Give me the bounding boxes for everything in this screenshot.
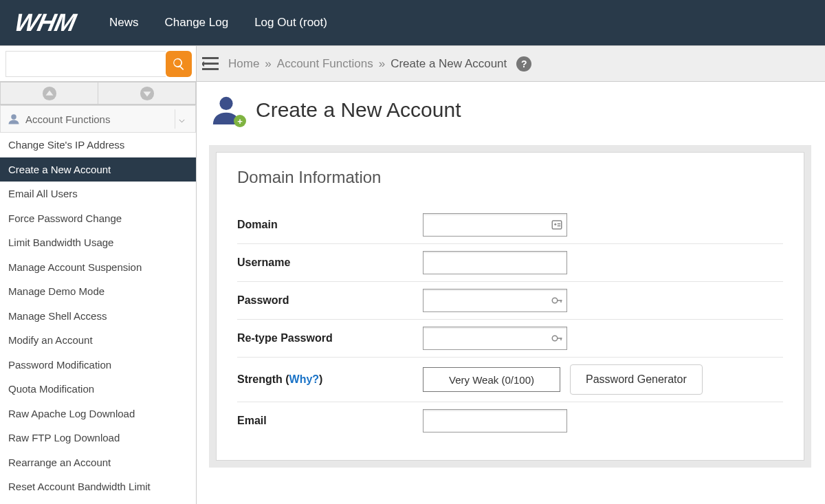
username-input[interactable] <box>423 251 567 274</box>
page-header: + Create a New Account <box>209 94 811 126</box>
svg-point-11 <box>554 223 556 226</box>
svg-rect-1 <box>202 63 219 65</box>
sidebar-item[interactable]: Rearrange an Account <box>0 450 196 475</box>
section-title: Domain Information <box>237 168 783 187</box>
svg-rect-13 <box>558 226 561 227</box>
sidebar-list[interactable]: Change Site's IP AddressCreate a New Acc… <box>0 133 196 504</box>
collapse-up-icon <box>42 86 57 101</box>
strength-why-link[interactable]: Why? <box>289 373 320 385</box>
sidebar: Account Functions ⌵ Change Site's IP Add… <box>0 82 197 504</box>
sidebar-item[interactable]: Create a New Account <box>0 157 196 182</box>
username-label: Username <box>237 256 423 269</box>
nav-news[interactable]: News <box>109 16 139 30</box>
breadcrumb-home[interactable]: Home <box>228 57 259 71</box>
svg-rect-12 <box>558 223 561 225</box>
breadcrumb-current: Create a New Account <box>390 57 507 71</box>
search-icon <box>172 57 186 71</box>
email-label: Email <box>237 415 423 427</box>
breadcrumb-sep: » <box>265 57 271 71</box>
sidebar-item[interactable]: Manage Shell Access <box>0 304 196 329</box>
plus-badge-icon: + <box>234 115 246 127</box>
svg-point-9 <box>219 97 232 110</box>
logo: WHM <box>12 8 78 37</box>
sidebar-item[interactable]: Modify an Account <box>0 328 196 353</box>
collapse-all-button[interactable] <box>0 82 98 105</box>
svg-rect-16 <box>560 300 562 303</box>
search-wrap <box>0 46 197 81</box>
retype-password-input[interactable] <box>423 327 567 350</box>
top-navbar: WHM News Change Log Log Out (root) <box>0 0 825 45</box>
sidebar-toggle[interactable] <box>197 46 224 81</box>
password-generator-button[interactable]: Password Generator <box>570 364 703 395</box>
sidebar-item[interactable]: Manage Demo Mode <box>0 279 196 304</box>
sidebar-item[interactable]: Reset Account Bandwidth Limit <box>0 474 196 499</box>
main-content: + Create a New Account Domain Informatio… <box>197 82 825 504</box>
strength-label: Strength (Why?) <box>237 373 423 386</box>
toolbar-row: Home » Account Functions » Create a New … <box>0 46 825 82</box>
sidebar-item[interactable]: Change Site's IP Address <box>0 133 196 157</box>
domain-input[interactable] <box>423 213 567 237</box>
nav-changelog[interactable]: Change Log <box>164 16 228 30</box>
svg-rect-19 <box>560 338 562 340</box>
sidebar-item[interactable]: Email All Users <box>0 182 196 206</box>
domain-label: Domain <box>237 219 423 231</box>
password-input[interactable] <box>423 289 567 312</box>
sidebar-item[interactable]: Password Modification <box>0 353 196 377</box>
form-panel: Domain Information Domain Username Passw… <box>209 145 811 468</box>
svg-point-17 <box>552 336 558 341</box>
sidebar-item[interactable]: Raw FTP Log Download <box>0 426 196 450</box>
key-icon <box>551 332 563 344</box>
sidebar-section-account-functions[interactable]: Account Functions ⌵ <box>0 105 196 133</box>
breadcrumb: Home » Account Functions » Create a New … <box>224 46 531 81</box>
user-icon <box>8 113 20 125</box>
svg-point-14 <box>552 298 558 303</box>
key-icon <box>551 294 563 307</box>
svg-rect-2 <box>202 68 219 70</box>
breadcrumb-account-functions[interactable]: Account Functions <box>277 57 373 71</box>
page-icon: + <box>209 94 243 126</box>
chevron-down-icon: ⌵ <box>175 109 188 129</box>
help-icon[interactable]: ? <box>516 56 531 72</box>
breadcrumb-sep: » <box>379 57 385 71</box>
sidebar-item[interactable]: Manage Account Suspension <box>0 255 196 280</box>
svg-rect-0 <box>202 57 219 59</box>
nav-logout[interactable]: Log Out (root) <box>254 16 327 30</box>
page-title: Create a New Account <box>256 98 461 122</box>
sidebar-section-label: Account Functions <box>25 113 110 125</box>
sidebar-item[interactable]: Raw Apache Log Download <box>0 402 196 426</box>
contact-card-icon <box>551 219 563 231</box>
sidebar-item[interactable]: Limit Bandwidth Usage <box>0 230 196 255</box>
password-label: Password <box>237 294 423 307</box>
svg-rect-10 <box>552 221 562 229</box>
menu-icon <box>202 57 219 71</box>
svg-marker-3 <box>202 61 204 67</box>
sidebar-item[interactable]: Quota Modification <box>0 377 196 402</box>
sidebar-item[interactable]: Force Password Change <box>0 206 196 231</box>
expand-all-button[interactable] <box>98 82 196 105</box>
search-button[interactable] <box>166 51 192 77</box>
email-input[interactable] <box>423 409 567 432</box>
retype-password-label: Re-type Password <box>237 332 423 344</box>
svg-point-8 <box>11 114 16 120</box>
collapse-down-icon <box>140 86 155 101</box>
search-input[interactable] <box>6 51 166 77</box>
strength-meter: Very Weak (0/100) <box>423 367 560 392</box>
